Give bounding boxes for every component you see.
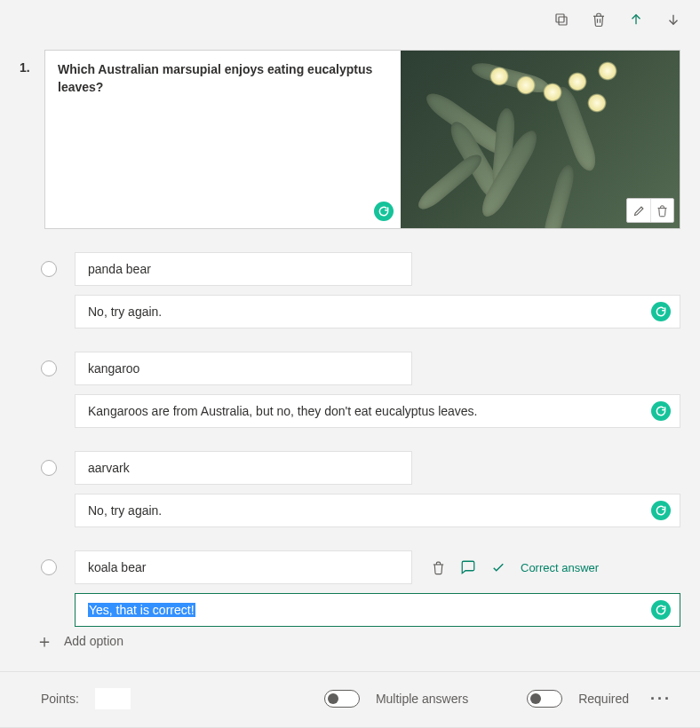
question-editor-card: 1. Which Australian marsupial enjoys eat…: [0, 0, 700, 728]
question-text-input[interactable]: Which Australian marsupial enjoys eating…: [45, 51, 401, 228]
option-block: aarvarkNo, try again.: [41, 451, 680, 527]
points-label: Points:: [41, 692, 79, 706]
delete-image-icon[interactable]: [650, 199, 673, 222]
grammarly-icon[interactable]: [651, 501, 671, 520]
option-answer-input[interactable]: panda bear: [75, 252, 412, 286]
option-answer-input[interactable]: aarvark: [75, 451, 412, 485]
grammarly-icon[interactable]: [651, 302, 671, 321]
add-option-label: Add option: [64, 634, 123, 648]
option-block: koala bearCorrect answerYes, that is cor…: [41, 550, 680, 627]
option-radio[interactable]: [41, 360, 57, 376]
feedback-icon[interactable]: [460, 559, 476, 575]
copy-icon[interactable]: [553, 11, 570, 28]
required-toggle[interactable]: [527, 690, 562, 708]
points-input[interactable]: [95, 688, 131, 709]
option-line: panda bear: [41, 252, 680, 286]
svg-rect-0: [559, 17, 567, 25]
delete-option-icon[interactable]: [430, 559, 446, 575]
feedback-text: No, try again.: [88, 305, 162, 319]
plus-icon: ＋: [36, 632, 53, 650]
selected-feedback-text: Yes, that is correct!: [88, 603, 195, 617]
option-feedback-input[interactable]: Kangaroos are from Australia, but no, th…: [75, 394, 680, 428]
svg-rect-1: [556, 14, 564, 22]
move-down-icon[interactable]: [664, 11, 682, 28]
option-feedback-input[interactable]: No, try again.: [75, 494, 680, 527]
options-list: panda bearNo, try again.kangarooKangaroo…: [41, 252, 680, 650]
required-label: Required: [578, 692, 629, 706]
question-text: Which Australian marsupial enjoys eating…: [58, 62, 372, 94]
correct-check-icon[interactable]: [490, 559, 506, 575]
option-line: koala bearCorrect answer: [41, 550, 680, 584]
feedback-text: No, try again.: [88, 503, 162, 518]
move-up-icon[interactable]: [627, 11, 645, 28]
question-footer: Points: Multiple answers Required ···: [0, 671, 700, 709]
more-options-icon[interactable]: ···: [645, 690, 677, 708]
option-feedback-input[interactable]: Yes, that is correct!: [75, 593, 680, 627]
trash-icon[interactable]: [590, 11, 608, 28]
grammarly-icon[interactable]: [651, 401, 671, 421]
question-number: 1.: [20, 50, 34, 229]
correct-answer-label: Correct answer: [521, 561, 599, 574]
option-line: aarvark: [41, 451, 680, 485]
question-image[interactable]: [401, 51, 680, 228]
question-row: 1. Which Australian marsupial enjoys eat…: [20, 50, 680, 229]
add-option-button[interactable]: ＋ Add option: [36, 632, 123, 650]
option-extras: Correct answer: [430, 559, 599, 575]
option-answer-input[interactable]: kangaroo: [75, 352, 412, 385]
option-feedback-input[interactable]: No, try again.: [75, 295, 680, 328]
grammarly-icon[interactable]: [651, 600, 671, 620]
feedback-text: Kangaroos are from Australia, but no, th…: [88, 404, 478, 418]
option-radio[interactable]: [41, 261, 57, 277]
grammarly-icon[interactable]: [374, 202, 394, 221]
edit-image-icon[interactable]: [627, 199, 650, 222]
question-pair: Which Australian marsupial enjoys eating…: [44, 50, 680, 229]
question-toolbar: [553, 11, 682, 28]
multiple-answers-toggle[interactable]: [324, 690, 360, 708]
image-actions: [626, 198, 674, 223]
option-block: kangarooKangaroos are from Australia, bu…: [41, 352, 680, 428]
option-block: panda bearNo, try again.: [41, 252, 680, 328]
option-radio[interactable]: [41, 559, 57, 575]
option-answer-input[interactable]: koala bear: [75, 550, 412, 584]
multiple-answers-label: Multiple answers: [376, 692, 468, 706]
option-line: kangaroo: [41, 352, 680, 385]
option-radio[interactable]: [41, 460, 57, 476]
